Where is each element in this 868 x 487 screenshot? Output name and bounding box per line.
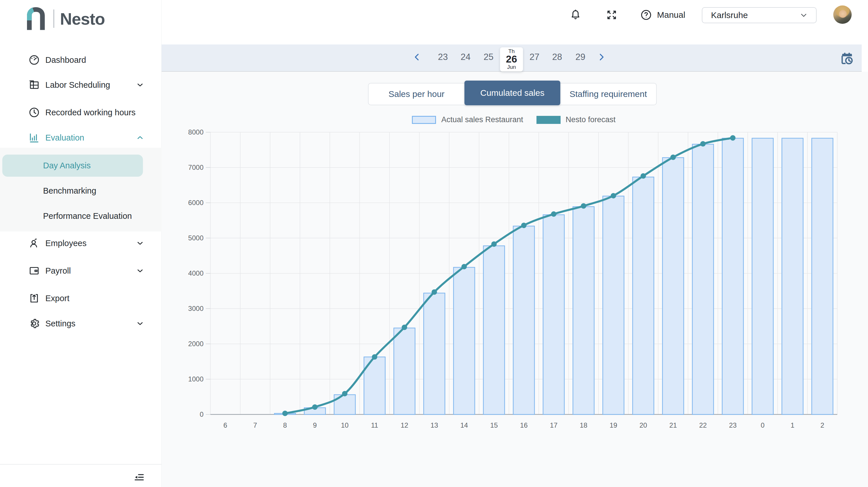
forecast-point[interactable]	[402, 325, 407, 330]
location-select[interactable]: Karlsruhe	[702, 7, 817, 23]
payroll-icon	[28, 265, 40, 277]
x-tick-label: 14	[460, 421, 468, 429]
bar-actual-sales[interactable]	[543, 215, 564, 415]
forecast-point[interactable]	[312, 404, 318, 410]
bar-actual-sales[interactable]	[812, 138, 833, 415]
x-tick-label: 15	[490, 421, 498, 429]
avatar[interactable]	[833, 5, 851, 24]
subitem-label: Day Analysis	[43, 161, 91, 170]
sidebar-item-payroll[interactable]: Payroll	[0, 264, 162, 278]
export-icon	[28, 292, 40, 304]
forecast-point[interactable]	[491, 241, 497, 247]
selected-day: 26	[500, 54, 523, 64]
manual-label: Manual	[657, 10, 685, 20]
bar-actual-sales[interactable]	[513, 226, 534, 415]
x-tick-label: 17	[550, 421, 558, 429]
x-tick-label: 6	[223, 421, 227, 429]
subitem-label: Benchmarking	[43, 186, 96, 196]
forecast-point[interactable]	[611, 193, 616, 198]
legend-item-actual-sales[interactable]: Actual sales Restaurant	[412, 115, 523, 124]
legend-label: Nesto forecast	[566, 115, 616, 124]
forecast-point[interactable]	[342, 391, 348, 396]
date-option[interactable]: 28	[551, 52, 563, 62]
date-option[interactable]: 25	[482, 52, 495, 62]
bar-actual-sales[interactable]	[424, 293, 445, 415]
bar-actual-sales[interactable]	[722, 138, 743, 415]
bar-actual-sales[interactable]	[394, 328, 415, 415]
sidebar-item-dashboard[interactable]: Dashboard	[0, 53, 162, 67]
sidebar-item-labor-scheduling[interactable]: Labor Scheduling	[0, 78, 162, 92]
sidebar-item-settings[interactable]: Settings	[0, 317, 162, 330]
forecast-point[interactable]	[701, 141, 706, 147]
forecast-point[interactable]	[551, 212, 557, 217]
chevron-down-icon	[136, 239, 144, 248]
cumulated-sales-chart[interactable]: 0100020003000400050006000700080006789101…	[172, 123, 856, 439]
forecast-point[interactable]	[282, 411, 288, 416]
tab-staffing-requirement[interactable]: Staffing requirement	[560, 84, 656, 105]
nesto-logo[interactable]: Nesto	[24, 6, 105, 31]
forecast-point[interactable]	[671, 155, 676, 160]
x-tick-label: 19	[610, 421, 617, 429]
date-option[interactable]: 24	[459, 52, 472, 62]
bar-actual-sales[interactable]	[692, 144, 714, 415]
collapse-sidebar-icon[interactable]	[133, 472, 145, 483]
x-tick-label: 11	[371, 421, 378, 429]
previous-day-arrow[interactable]	[412, 52, 422, 62]
x-tick-label: 12	[401, 421, 408, 429]
bar-actual-sales[interactable]	[782, 138, 803, 415]
y-tick-label: 8000	[188, 128, 204, 136]
y-tick-label: 3000	[188, 304, 204, 312]
sidebar-item-label: Dashboard	[45, 55, 86, 65]
x-tick-label: 8	[283, 421, 287, 429]
bar-actual-sales[interactable]	[632, 177, 654, 415]
forecast-point[interactable]	[641, 173, 646, 179]
sidebar-subitem-performance-evaluation[interactable]: Performance Evaluation	[0, 209, 162, 223]
bar-actual-sales[interactable]	[484, 246, 505, 415]
forecast-point[interactable]	[581, 203, 586, 209]
employees-icon	[28, 237, 40, 249]
sidebar-item-label: Labor Scheduling	[45, 80, 110, 90]
legend-item-nesto-forecast[interactable]: Nesto forecast	[536, 115, 616, 124]
forecast-point[interactable]	[432, 289, 437, 295]
y-tick-label: 5000	[188, 234, 204, 242]
bar-actual-sales[interactable]	[752, 138, 773, 415]
sidebar-subitem-day-analysis[interactable]: Day Analysis	[2, 155, 143, 177]
tab-cumulated-sales[interactable]: Cumulated sales	[464, 80, 560, 105]
forecast-point[interactable]	[521, 223, 527, 228]
x-tick-label: 1	[790, 421, 794, 429]
sidebar-item-export[interactable]: Export	[0, 291, 162, 305]
nesto-forecast-swatch	[536, 116, 561, 124]
x-tick-label: 22	[699, 421, 707, 429]
date-option[interactable]: 23	[437, 52, 449, 62]
sidebar-subitem-benchmarking[interactable]: Benchmarking	[0, 184, 162, 198]
y-tick-label: 2000	[188, 340, 204, 348]
sidebar-item-recorded-working-hours[interactable]: Recorded working hours	[0, 105, 162, 119]
bar-actual-sales[interactable]	[603, 196, 624, 415]
chevron-up-icon	[136, 133, 144, 142]
legend-label: Actual sales Restaurant	[441, 115, 523, 124]
forecast-point[interactable]	[730, 135, 736, 140]
sidebar-item-employees[interactable]: Employees	[0, 236, 162, 250]
manual-button[interactable]: Manual	[640, 9, 685, 21]
bar-actual-sales[interactable]	[454, 267, 475, 415]
sidebar-item-label: Evaluation	[45, 133, 84, 142]
chevron-down-icon	[136, 319, 144, 328]
tab-sales-per-hour[interactable]: Sales per hour	[369, 84, 464, 105]
forecast-point[interactable]	[462, 264, 467, 269]
x-tick-label: 20	[640, 421, 647, 429]
next-day-arrow[interactable]	[596, 52, 607, 62]
y-tick-label: 4000	[188, 269, 204, 277]
dashboard-icon	[28, 54, 40, 66]
y-tick-label: 6000	[188, 199, 204, 206]
bar-actual-sales[interactable]	[662, 158, 684, 415]
sidebar-item-evaluation[interactable]: Evaluation	[0, 131, 162, 144]
location-selected-value: Karlsruhe	[711, 10, 748, 20]
fullscreen-icon[interactable]	[606, 9, 618, 21]
selected-date-card[interactable]: Th 26 Jun	[500, 47, 523, 71]
bar-actual-sales[interactable]	[573, 207, 594, 415]
date-option[interactable]: 29	[574, 52, 587, 62]
forecast-point[interactable]	[372, 354, 377, 360]
date-option[interactable]: 27	[528, 52, 541, 62]
bell-icon[interactable]	[569, 9, 582, 21]
calendar-clock-icon[interactable]	[839, 51, 855, 67]
